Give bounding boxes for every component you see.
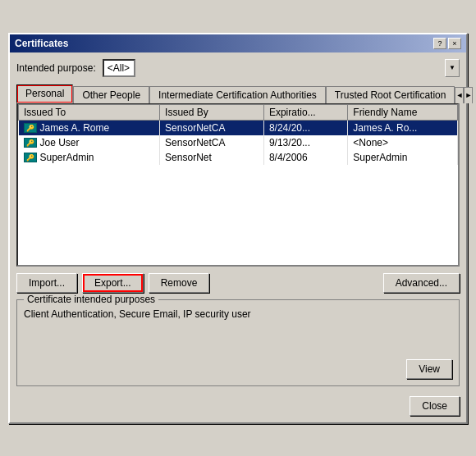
table-row[interactable]: 🔑James A. RomeSensorNetCA8/24/20...James…	[19, 120, 458, 135]
close-button[interactable]: Close	[410, 396, 460, 416]
cert-icon: 🔑	[24, 153, 37, 162]
tab-nav-right[interactable]: ►	[464, 87, 473, 103]
button-row: Import... Export... Remove Advanced...	[16, 273, 460, 293]
cert-icon: 🔑	[24, 123, 37, 133]
remove-button[interactable]: Remove	[149, 273, 210, 293]
title-bar: Certificates ? ×	[10, 34, 466, 52]
certificate-purposes-group: Certificate intended purposes Client Aut…	[16, 299, 460, 386]
window-title: Certificates	[15, 38, 68, 49]
cell-expiration: 9/13/20...	[263, 135, 347, 150]
cell-issued-by: SensorNetCA	[160, 120, 264, 135]
view-button-row: View	[24, 359, 452, 379]
tab-nav-left[interactable]: ◄	[455, 87, 464, 103]
cell-expiration: 8/4/2006	[263, 150, 347, 165]
cell-issued-by: SensorNet	[160, 150, 264, 165]
col-issued-to[interactable]: Issued To	[19, 104, 160, 120]
intended-purpose-arrow[interactable]: ▼	[445, 59, 460, 77]
table-row[interactable]: 🔑Joe UserSensorNetCA9/13/20...<None>	[19, 135, 458, 150]
window-body: Intended purpose: <All> ▼ Personal Other…	[10, 52, 466, 422]
export-button[interactable]: Export...	[82, 273, 144, 293]
cell-issued-by: SensorNetCA	[160, 135, 264, 150]
import-button[interactable]: Import...	[16, 273, 77, 293]
intended-purpose-wrapper: <All> ▼	[103, 59, 460, 77]
cell-issued-to: 🔑James A. Rome	[19, 120, 160, 135]
intended-purpose-row: Intended purpose: <All> ▼	[16, 59, 460, 77]
view-button[interactable]: View	[406, 359, 452, 379]
cell-friendly-name: James A. Ro...	[348, 120, 458, 135]
title-bar-buttons: ? ×	[433, 38, 461, 49]
cell-friendly-name: <None>	[348, 135, 458, 150]
tab-intermediate-ca[interactable]: Intermediate Certification Authorities	[149, 86, 326, 103]
certificate-purposes-text: Client Authentication, Secure Email, IP …	[24, 305, 452, 354]
cell-friendly-name: SuperAdmin	[348, 150, 458, 165]
certificate-purposes-value: Client Authentication, Secure Email, IP …	[24, 308, 251, 320]
tab-trusted-root[interactable]: Trusted Root Certification	[326, 86, 455, 103]
cell-issued-to: 🔑SuperAdmin	[19, 150, 160, 165]
help-button[interactable]: ?	[433, 38, 446, 49]
table-header-row: Issued To Issued By Expiratio... Friendl…	[19, 104, 458, 120]
cell-expiration: 8/24/20...	[263, 120, 347, 135]
cert-icon: 🔑	[24, 138, 37, 148]
tab-personal[interactable]: Personal	[16, 84, 73, 103]
intended-purpose-label: Intended purpose:	[16, 62, 96, 74]
advanced-button[interactable]: Advanced...	[383, 273, 460, 293]
certificates-table-container: Issued To Issued By Expiratio... Friendl…	[16, 103, 460, 267]
certificate-purposes-legend: Certificate intended purposes	[24, 294, 158, 305]
col-issued-by[interactable]: Issued By	[160, 104, 264, 120]
certificates-window: Certificates ? × Intended purpose: <All>…	[8, 33, 468, 424]
table-row[interactable]: 🔑SuperAdminSensorNet8/4/2006SuperAdmin	[19, 150, 458, 165]
col-expiration[interactable]: Expiratio...	[263, 104, 347, 120]
tabs-row: Personal Other People Intermediate Certi…	[16, 84, 460, 103]
tab-other-people[interactable]: Other People	[73, 86, 149, 103]
cell-issued-to: 🔑Joe User	[19, 135, 160, 150]
close-title-button[interactable]: ×	[448, 38, 461, 49]
bottom-row: Close	[16, 393, 460, 416]
certificates-table: Issued To Issued By Expiratio... Friendl…	[18, 104, 458, 165]
col-friendly-name[interactable]: Friendly Name	[348, 104, 458, 120]
intended-purpose-select[interactable]: <All>	[103, 59, 135, 77]
